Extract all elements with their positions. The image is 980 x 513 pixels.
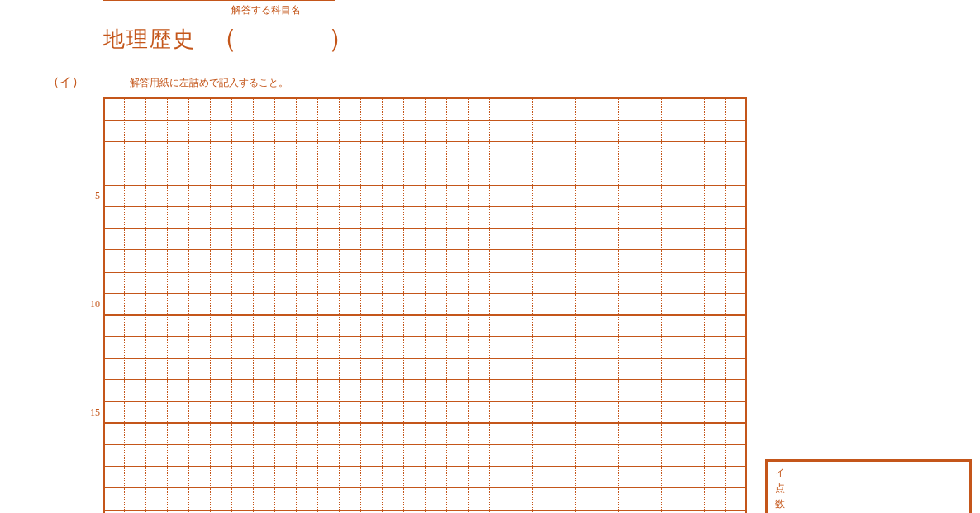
grid-cell[interactable] bbox=[447, 337, 469, 358]
grid-cell[interactable] bbox=[189, 402, 211, 422]
grid-cell[interactable] bbox=[447, 445, 469, 466]
grid-cell[interactable] bbox=[619, 488, 640, 509]
grid-cell[interactable] bbox=[447, 380, 469, 401]
grid-cell[interactable] bbox=[426, 273, 447, 293]
grid-cell[interactable] bbox=[662, 337, 683, 358]
grid-cell[interactable] bbox=[490, 337, 511, 358]
grid-cell[interactable] bbox=[554, 359, 576, 379]
grid-cell[interactable] bbox=[726, 467, 747, 487]
grid-cell[interactable] bbox=[447, 316, 469, 336]
grid-row[interactable]: 20 bbox=[103, 511, 747, 513]
grid-cell[interactable] bbox=[662, 511, 683, 513]
grid-cell[interactable] bbox=[619, 359, 640, 379]
grid-cell[interactable] bbox=[469, 229, 490, 249]
grid-cell[interactable] bbox=[211, 142, 232, 163]
grid-cell[interactable] bbox=[318, 229, 340, 249]
grid-cell[interactable] bbox=[125, 424, 146, 444]
grid-cell[interactable] bbox=[361, 229, 383, 249]
grid-cell[interactable] bbox=[469, 467, 490, 487]
grid-cell[interactable] bbox=[297, 142, 318, 163]
grid-cell[interactable] bbox=[361, 99, 383, 120]
grid-cell[interactable] bbox=[146, 380, 168, 401]
grid-cell[interactable] bbox=[469, 273, 490, 293]
grid-cell[interactable] bbox=[576, 273, 597, 293]
grid-cell[interactable] bbox=[533, 380, 554, 401]
grid-cell[interactable] bbox=[146, 402, 168, 422]
grid-cell[interactable] bbox=[597, 511, 619, 513]
grid-cell[interactable] bbox=[619, 380, 640, 401]
grid-cell[interactable] bbox=[383, 380, 404, 401]
grid-cell[interactable] bbox=[211, 294, 232, 314]
grid-cell[interactable] bbox=[683, 359, 705, 379]
grid-cell[interactable] bbox=[340, 488, 361, 509]
grid-cell[interactable] bbox=[640, 402, 662, 422]
grid-cell[interactable] bbox=[404, 142, 426, 163]
grid-cell[interactable] bbox=[404, 121, 426, 141]
grid-cell[interactable] bbox=[297, 445, 318, 466]
grid-cell[interactable] bbox=[168, 337, 189, 358]
grid-cell[interactable] bbox=[232, 467, 254, 487]
grid-cell[interactable] bbox=[189, 316, 211, 336]
grid-cell[interactable] bbox=[640, 380, 662, 401]
grid-cell[interactable] bbox=[189, 99, 211, 120]
grid-cell[interactable] bbox=[576, 359, 597, 379]
grid-cell[interactable] bbox=[469, 294, 490, 314]
grid-cell[interactable] bbox=[103, 121, 125, 141]
grid-cell[interactable] bbox=[662, 294, 683, 314]
grid-cell[interactable] bbox=[232, 273, 254, 293]
grid-cell[interactable] bbox=[340, 121, 361, 141]
grid-cell[interactable] bbox=[533, 359, 554, 379]
grid-cell[interactable] bbox=[404, 424, 426, 444]
grid-cell[interactable] bbox=[297, 380, 318, 401]
grid-cell[interactable] bbox=[189, 445, 211, 466]
grid-cell[interactable] bbox=[318, 511, 340, 513]
grid-cell[interactable] bbox=[597, 121, 619, 141]
grid-cell[interactable] bbox=[275, 273, 297, 293]
grid-cell[interactable] bbox=[103, 294, 125, 314]
grid-cell[interactable] bbox=[597, 229, 619, 249]
grid-cell[interactable] bbox=[533, 316, 554, 336]
grid-cell[interactable] bbox=[168, 207, 189, 228]
grid-row[interactable] bbox=[103, 316, 747, 337]
grid-cell[interactable] bbox=[726, 229, 747, 249]
grid-cell[interactable] bbox=[189, 273, 211, 293]
grid-cell[interactable] bbox=[469, 380, 490, 401]
grid-cell[interactable] bbox=[726, 511, 747, 513]
grid-cell[interactable] bbox=[254, 207, 275, 228]
grid-cell[interactable] bbox=[554, 273, 576, 293]
grid-cell[interactable] bbox=[254, 164, 275, 185]
grid-cell[interactable] bbox=[125, 121, 146, 141]
grid-cell[interactable] bbox=[490, 207, 511, 228]
grid-cell[interactable] bbox=[662, 488, 683, 509]
grid-cell[interactable] bbox=[469, 488, 490, 509]
grid-cell[interactable] bbox=[640, 142, 662, 163]
grid-cell[interactable] bbox=[705, 99, 726, 120]
grid-cell[interactable] bbox=[125, 294, 146, 314]
grid-cell[interactable] bbox=[533, 207, 554, 228]
grid-cell[interactable] bbox=[254, 99, 275, 120]
grid-cell[interactable] bbox=[683, 402, 705, 422]
grid-cell[interactable] bbox=[125, 250, 146, 271]
grid-cell[interactable] bbox=[103, 316, 125, 336]
grid-cell[interactable] bbox=[576, 164, 597, 185]
grid-cell[interactable] bbox=[554, 424, 576, 444]
grid-cell[interactable] bbox=[168, 99, 189, 120]
grid-cell[interactable] bbox=[597, 142, 619, 163]
grid-cell[interactable] bbox=[383, 186, 404, 206]
grid-cell[interactable] bbox=[404, 359, 426, 379]
grid-cell[interactable] bbox=[189, 229, 211, 249]
grid-cell[interactable] bbox=[340, 164, 361, 185]
grid-cell[interactable] bbox=[576, 467, 597, 487]
grid-cell[interactable] bbox=[275, 99, 297, 120]
grid-cell[interactable] bbox=[146, 294, 168, 314]
grid-cell[interactable] bbox=[426, 294, 447, 314]
grid-cell[interactable] bbox=[275, 164, 297, 185]
grid-cell[interactable] bbox=[211, 229, 232, 249]
grid-cell[interactable] bbox=[232, 424, 254, 444]
grid-cell[interactable] bbox=[254, 488, 275, 509]
grid-cell[interactable] bbox=[576, 186, 597, 206]
grid-cell[interactable] bbox=[361, 511, 383, 513]
grid-cell[interactable] bbox=[275, 207, 297, 228]
grid-cell[interactable] bbox=[490, 229, 511, 249]
grid-cell[interactable] bbox=[554, 207, 576, 228]
